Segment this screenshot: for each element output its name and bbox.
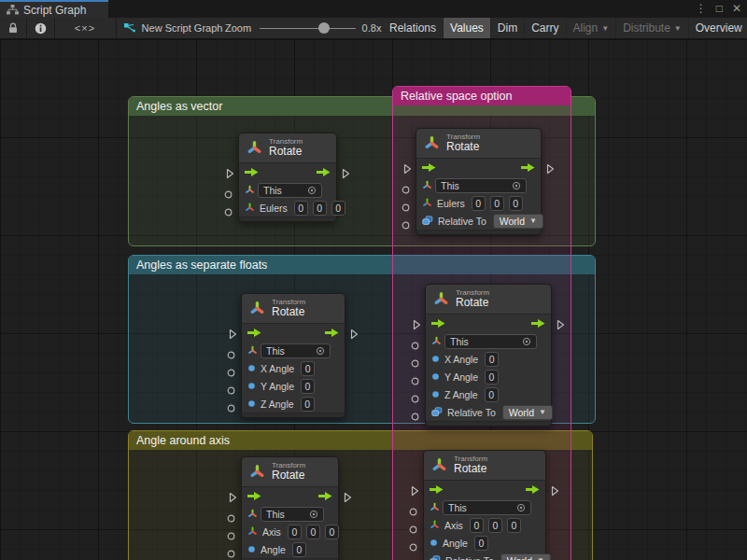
- close-icon[interactable]: ✕: [732, 0, 741, 18]
- value-input-port[interactable]: [409, 556, 417, 560]
- flow-output-arrow-icon[interactable]: [325, 329, 339, 337]
- flow-input-port[interactable]: [226, 166, 234, 183]
- number-input[interactable]: 0: [485, 352, 499, 367]
- number-input[interactable]: 0: [301, 397, 315, 412]
- flow-input-arrow-icon[interactable]: [247, 329, 261, 337]
- object-field[interactable]: This: [261, 507, 324, 522]
- flow-output-arrow-icon[interactable]: [318, 492, 332, 500]
- value-input-port[interactable]: [411, 390, 419, 407]
- value-input-port[interactable]: [224, 203, 233, 220]
- zoom-slider-handle[interactable]: [318, 22, 330, 34]
- flow-output-port[interactable]: [546, 161, 555, 178]
- graph-canvas[interactable]: Angles as vectorAngles as separate float…: [0, 39, 747, 560]
- lock-button[interactable]: [0, 18, 26, 38]
- number-input[interactable]: 0: [488, 518, 502, 533]
- code-view-button[interactable]: <×>: [54, 18, 116, 38]
- number-input[interactable]: 0: [474, 536, 488, 551]
- target-icon[interactable]: [512, 181, 521, 190]
- value-input-port[interactable]: [411, 337, 419, 354]
- value-input-port[interactable]: [411, 355, 419, 371]
- value-input-port[interactable]: [411, 408, 419, 425]
- number-input[interactable]: 0: [301, 361, 315, 376]
- enum-dropdown[interactable]: World▼: [502, 405, 553, 420]
- flow-output-arrow-icon[interactable]: [526, 485, 540, 494]
- object-field[interactable]: This: [261, 343, 331, 358]
- number-input[interactable]: 0: [490, 196, 504, 211]
- value-input-port[interactable]: [402, 199, 410, 216]
- values-button[interactable]: Values: [444, 18, 491, 38]
- number-input[interactable]: 0: [313, 201, 327, 216]
- target-icon[interactable]: [522, 337, 531, 346]
- flow-input-port[interactable]: [413, 317, 421, 334]
- number-input[interactable]: 0: [472, 196, 486, 211]
- target-icon[interactable]: [516, 503, 526, 512]
- align-button[interactable]: Align▼: [567, 18, 617, 38]
- info-button[interactable]: [26, 18, 54, 38]
- flow-input-port[interactable]: [411, 483, 419, 500]
- node-rotate-eulers[interactable]: TransformRotateThisEulers000: [238, 133, 337, 222]
- enum-dropdown[interactable]: World▼: [500, 553, 551, 560]
- value-input-port[interactable]: [409, 521, 417, 538]
- tab-script-graph[interactable]: Script Graph: [0, 0, 108, 18]
- target-icon[interactable]: [307, 186, 317, 195]
- number-input[interactable]: 0: [294, 201, 308, 216]
- value-input-port[interactable]: [227, 364, 235, 381]
- number-input[interactable]: 0: [485, 370, 499, 385]
- node-header[interactable]: TransformRotate: [241, 456, 339, 487]
- object-field[interactable]: This: [435, 178, 527, 193]
- object-field[interactable]: This: [258, 183, 322, 198]
- value-input-port[interactable]: [227, 346, 235, 363]
- flow-output-port[interactable]: [551, 483, 559, 500]
- node-rotate-axis-angle[interactable]: TransformRotateThisAxis000Angle0: [241, 456, 339, 560]
- object-field[interactable]: This: [443, 500, 531, 515]
- flow-output-port[interactable]: [557, 317, 565, 334]
- flow-input-arrow-icon[interactable]: [422, 163, 436, 172]
- node-header[interactable]: TransformRotate: [425, 284, 552, 315]
- flow-output-port[interactable]: [342, 166, 350, 183]
- node-header[interactable]: TransformRotate: [241, 293, 345, 324]
- flow-output-arrow-icon[interactable]: [317, 168, 331, 176]
- value-input-port[interactable]: [227, 399, 235, 416]
- flow-output-arrow-icon[interactable]: [531, 319, 545, 328]
- flow-input-arrow-icon[interactable]: [247, 492, 261, 500]
- node-rotate-xyz[interactable]: TransformRotateThisX Angle0Y Angle0Z Ang…: [241, 293, 345, 418]
- value-input-port[interactable]: [227, 510, 235, 526]
- flow-output-port[interactable]: [344, 490, 352, 507]
- overview-button[interactable]: Overview: [689, 18, 747, 38]
- maximize-icon[interactable]: □: [716, 0, 723, 18]
- number-input[interactable]: 0: [288, 525, 302, 539]
- value-input-port[interactable]: [409, 503, 417, 520]
- distribute-button[interactable]: Distribute▼: [616, 18, 689, 38]
- value-input-port[interactable]: [227, 382, 235, 399]
- carry-button[interactable]: Carry: [525, 18, 566, 38]
- value-input-port[interactable]: [227, 527, 235, 544]
- number-input[interactable]: 0: [507, 518, 521, 533]
- node-rotate-eulers-relative[interactable]: TransformRotateThisEulers000Relative ToW…: [416, 128, 542, 235]
- flow-input-arrow-icon[interactable]: [245, 168, 259, 176]
- flow-input-arrow-icon[interactable]: [430, 485, 444, 494]
- flow-input-port[interactable]: [229, 327, 237, 343]
- number-input[interactable]: 0: [470, 518, 484, 533]
- number-input[interactable]: 0: [325, 525, 339, 539]
- value-input-port[interactable]: [411, 372, 419, 389]
- window-menu-icon[interactable]: ⋮: [696, 0, 707, 18]
- value-input-port[interactable]: [227, 545, 235, 560]
- flow-output-port[interactable]: [350, 327, 359, 343]
- node-rotate-axis-angle-relative[interactable]: TransformRotateThisAxis000Angle0Relative…: [423, 450, 546, 560]
- dim-button[interactable]: Dim: [491, 18, 525, 38]
- relations-button[interactable]: Relations: [383, 18, 444, 38]
- node-header[interactable]: TransformRotate: [423, 450, 546, 481]
- zoom-slider[interactable]: [260, 28, 356, 29]
- number-input[interactable]: 0: [301, 379, 315, 394]
- value-input-port[interactable]: [409, 539, 417, 555]
- value-input-port[interactable]: [402, 217, 410, 233]
- target-icon[interactable]: [316, 346, 325, 356]
- value-input-port[interactable]: [402, 181, 410, 198]
- number-input[interactable]: 0: [331, 201, 345, 216]
- value-input-port[interactable]: [224, 186, 233, 203]
- number-input[interactable]: 0: [485, 387, 499, 402]
- node-header[interactable]: TransformRotate: [238, 133, 337, 163]
- enum-dropdown[interactable]: World▼: [493, 214, 543, 229]
- node-header[interactable]: TransformRotate: [416, 128, 542, 159]
- target-icon[interactable]: [309, 510, 318, 519]
